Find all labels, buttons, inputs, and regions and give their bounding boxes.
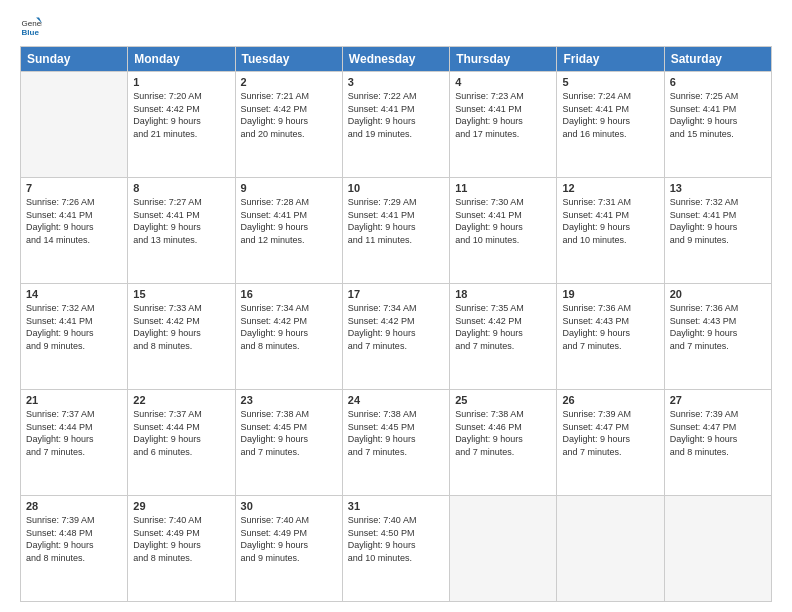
calendar-cell: 2Sunrise: 7:21 AM Sunset: 4:42 PM Daylig… — [235, 72, 342, 178]
day-info: Sunrise: 7:22 AM Sunset: 4:41 PM Dayligh… — [348, 90, 444, 140]
day-info: Sunrise: 7:23 AM Sunset: 4:41 PM Dayligh… — [455, 90, 551, 140]
day-number: 4 — [455, 76, 551, 88]
day-number: 23 — [241, 394, 337, 406]
day-info: Sunrise: 7:40 AM Sunset: 4:50 PM Dayligh… — [348, 514, 444, 564]
calendar-cell — [450, 496, 557, 602]
calendar-cell: 20Sunrise: 7:36 AM Sunset: 4:43 PM Dayli… — [664, 284, 771, 390]
calendar-cell: 30Sunrise: 7:40 AM Sunset: 4:49 PM Dayli… — [235, 496, 342, 602]
calendar-header-tuesday: Tuesday — [235, 47, 342, 72]
day-number: 17 — [348, 288, 444, 300]
calendar-cell: 4Sunrise: 7:23 AM Sunset: 4:41 PM Daylig… — [450, 72, 557, 178]
svg-text:Blue: Blue — [21, 28, 39, 37]
day-number: 16 — [241, 288, 337, 300]
day-number: 20 — [670, 288, 766, 300]
day-number: 8 — [133, 182, 229, 194]
calendar-cell: 31Sunrise: 7:40 AM Sunset: 4:50 PM Dayli… — [342, 496, 449, 602]
calendar-header-monday: Monday — [128, 47, 235, 72]
calendar-header-wednesday: Wednesday — [342, 47, 449, 72]
day-number: 30 — [241, 500, 337, 512]
calendar-cell: 15Sunrise: 7:33 AM Sunset: 4:42 PM Dayli… — [128, 284, 235, 390]
calendar-cell: 17Sunrise: 7:34 AM Sunset: 4:42 PM Dayli… — [342, 284, 449, 390]
calendar-week-row: 14Sunrise: 7:32 AM Sunset: 4:41 PM Dayli… — [21, 284, 772, 390]
calendar-cell: 24Sunrise: 7:38 AM Sunset: 4:45 PM Dayli… — [342, 390, 449, 496]
day-info: Sunrise: 7:25 AM Sunset: 4:41 PM Dayligh… — [670, 90, 766, 140]
calendar-header-saturday: Saturday — [664, 47, 771, 72]
day-info: Sunrise: 7:39 AM Sunset: 4:48 PM Dayligh… — [26, 514, 122, 564]
day-number: 12 — [562, 182, 658, 194]
day-number: 31 — [348, 500, 444, 512]
calendar-header-thursday: Thursday — [450, 47, 557, 72]
calendar-week-row: 21Sunrise: 7:37 AM Sunset: 4:44 PM Dayli… — [21, 390, 772, 496]
day-number: 6 — [670, 76, 766, 88]
day-number: 22 — [133, 394, 229, 406]
logo: General Blue — [20, 16, 46, 38]
day-info: Sunrise: 7:20 AM Sunset: 4:42 PM Dayligh… — [133, 90, 229, 140]
page: General Blue SundayMondayTuesdayWednesda… — [0, 0, 792, 612]
day-number: 19 — [562, 288, 658, 300]
day-number: 2 — [241, 76, 337, 88]
calendar-cell: 19Sunrise: 7:36 AM Sunset: 4:43 PM Dayli… — [557, 284, 664, 390]
calendar-cell: 29Sunrise: 7:40 AM Sunset: 4:49 PM Dayli… — [128, 496, 235, 602]
day-number: 9 — [241, 182, 337, 194]
day-info: Sunrise: 7:21 AM Sunset: 4:42 PM Dayligh… — [241, 90, 337, 140]
calendar-cell: 8Sunrise: 7:27 AM Sunset: 4:41 PM Daylig… — [128, 178, 235, 284]
calendar-header-row: SundayMondayTuesdayWednesdayThursdayFrid… — [21, 47, 772, 72]
day-info: Sunrise: 7:30 AM Sunset: 4:41 PM Dayligh… — [455, 196, 551, 246]
day-number: 18 — [455, 288, 551, 300]
calendar-cell: 7Sunrise: 7:26 AM Sunset: 4:41 PM Daylig… — [21, 178, 128, 284]
calendar-header-sunday: Sunday — [21, 47, 128, 72]
day-info: Sunrise: 7:40 AM Sunset: 4:49 PM Dayligh… — [133, 514, 229, 564]
day-info: Sunrise: 7:39 AM Sunset: 4:47 PM Dayligh… — [670, 408, 766, 458]
day-info: Sunrise: 7:27 AM Sunset: 4:41 PM Dayligh… — [133, 196, 229, 246]
day-number: 7 — [26, 182, 122, 194]
day-number: 27 — [670, 394, 766, 406]
calendar-cell: 1Sunrise: 7:20 AM Sunset: 4:42 PM Daylig… — [128, 72, 235, 178]
day-number: 11 — [455, 182, 551, 194]
day-info: Sunrise: 7:38 AM Sunset: 4:46 PM Dayligh… — [455, 408, 551, 458]
day-info: Sunrise: 7:31 AM Sunset: 4:41 PM Dayligh… — [562, 196, 658, 246]
day-number: 25 — [455, 394, 551, 406]
day-info: Sunrise: 7:26 AM Sunset: 4:41 PM Dayligh… — [26, 196, 122, 246]
calendar-cell: 21Sunrise: 7:37 AM Sunset: 4:44 PM Dayli… — [21, 390, 128, 496]
calendar-cell: 6Sunrise: 7:25 AM Sunset: 4:41 PM Daylig… — [664, 72, 771, 178]
day-info: Sunrise: 7:32 AM Sunset: 4:41 PM Dayligh… — [26, 302, 122, 352]
day-info: Sunrise: 7:37 AM Sunset: 4:44 PM Dayligh… — [26, 408, 122, 458]
day-number: 10 — [348, 182, 444, 194]
calendar-cell: 10Sunrise: 7:29 AM Sunset: 4:41 PM Dayli… — [342, 178, 449, 284]
calendar-cell: 5Sunrise: 7:24 AM Sunset: 4:41 PM Daylig… — [557, 72, 664, 178]
day-info: Sunrise: 7:34 AM Sunset: 4:42 PM Dayligh… — [241, 302, 337, 352]
day-info: Sunrise: 7:28 AM Sunset: 4:41 PM Dayligh… — [241, 196, 337, 246]
day-info: Sunrise: 7:29 AM Sunset: 4:41 PM Dayligh… — [348, 196, 444, 246]
day-info: Sunrise: 7:36 AM Sunset: 4:43 PM Dayligh… — [562, 302, 658, 352]
calendar-header-friday: Friday — [557, 47, 664, 72]
calendar-cell: 11Sunrise: 7:30 AM Sunset: 4:41 PM Dayli… — [450, 178, 557, 284]
day-info: Sunrise: 7:32 AM Sunset: 4:41 PM Dayligh… — [670, 196, 766, 246]
calendar-table: SundayMondayTuesdayWednesdayThursdayFrid… — [20, 46, 772, 602]
day-info: Sunrise: 7:24 AM Sunset: 4:41 PM Dayligh… — [562, 90, 658, 140]
calendar-cell — [557, 496, 664, 602]
logo-icon: General Blue — [20, 16, 42, 38]
header: General Blue — [20, 16, 772, 38]
calendar-cell: 28Sunrise: 7:39 AM Sunset: 4:48 PM Dayli… — [21, 496, 128, 602]
day-number: 3 — [348, 76, 444, 88]
day-number: 24 — [348, 394, 444, 406]
day-info: Sunrise: 7:38 AM Sunset: 4:45 PM Dayligh… — [348, 408, 444, 458]
day-info: Sunrise: 7:39 AM Sunset: 4:47 PM Dayligh… — [562, 408, 658, 458]
day-number: 13 — [670, 182, 766, 194]
day-number: 28 — [26, 500, 122, 512]
calendar-cell — [21, 72, 128, 178]
calendar-cell: 26Sunrise: 7:39 AM Sunset: 4:47 PM Dayli… — [557, 390, 664, 496]
day-info: Sunrise: 7:36 AM Sunset: 4:43 PM Dayligh… — [670, 302, 766, 352]
day-number: 21 — [26, 394, 122, 406]
svg-text:General: General — [21, 19, 42, 28]
calendar-cell: 18Sunrise: 7:35 AM Sunset: 4:42 PM Dayli… — [450, 284, 557, 390]
day-info: Sunrise: 7:38 AM Sunset: 4:45 PM Dayligh… — [241, 408, 337, 458]
day-number: 14 — [26, 288, 122, 300]
calendar-cell: 23Sunrise: 7:38 AM Sunset: 4:45 PM Dayli… — [235, 390, 342, 496]
day-info: Sunrise: 7:33 AM Sunset: 4:42 PM Dayligh… — [133, 302, 229, 352]
calendar-cell: 27Sunrise: 7:39 AM Sunset: 4:47 PM Dayli… — [664, 390, 771, 496]
day-info: Sunrise: 7:40 AM Sunset: 4:49 PM Dayligh… — [241, 514, 337, 564]
calendar-week-row: 1Sunrise: 7:20 AM Sunset: 4:42 PM Daylig… — [21, 72, 772, 178]
calendar-cell: 13Sunrise: 7:32 AM Sunset: 4:41 PM Dayli… — [664, 178, 771, 284]
calendar-cell: 16Sunrise: 7:34 AM Sunset: 4:42 PM Dayli… — [235, 284, 342, 390]
